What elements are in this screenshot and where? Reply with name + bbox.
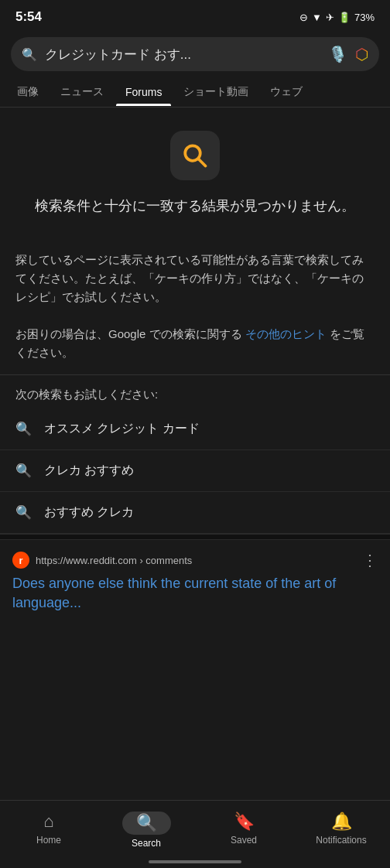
related-search-text-1: オススメ クレジット カード	[44, 421, 200, 437]
reddit-url: https://www.reddit.com › comments	[36, 555, 192, 566]
help-link[interactable]: その他のヒント	[245, 327, 327, 340]
reddit-result-title[interactable]: Does anyone else think the current state…	[12, 574, 378, 613]
minus-circle-icon: ⊖	[299, 12, 308, 23]
reddit-source-row: r https://www.reddit.com › comments ⋮	[12, 551, 378, 569]
status-bar: 5:54 ⊖ ▼ ✈ 🔋 73%	[0, 0, 390, 31]
related-search-text-2: クレカ おすすめ	[44, 463, 134, 479]
reddit-source-left: r https://www.reddit.com › comments	[12, 552, 192, 569]
search-icon-3: 🔍	[15, 504, 32, 521]
related-search-1[interactable]: 🔍 オススメ クレジット カード	[0, 408, 390, 450]
no-results-title: 検索条件と十分に一致する結果が見つかりません。	[35, 196, 355, 217]
tab-web[interactable]: ウェブ	[261, 77, 312, 107]
tab-shorts[interactable]: ショート動画	[174, 77, 258, 107]
section-divider	[0, 534, 390, 540]
tab-news[interactable]: ニュース	[51, 77, 113, 107]
tab-forums[interactable]: Forums	[116, 78, 171, 106]
bookmark-icon: 🔖	[234, 812, 255, 832]
related-search-3[interactable]: 🔍 おすすめ クレカ	[0, 492, 390, 534]
category-tabs: 画像 ニュース Forums ショート動画 ウェブ	[0, 77, 390, 108]
nav-notifications-label: Notifications	[316, 835, 366, 846]
nav-notifications[interactable]: 🔔 Notifications	[292, 808, 390, 846]
airplane-icon: ✈	[326, 12, 334, 23]
search-icon-large	[170, 131, 220, 180]
more-options-icon[interactable]: ⋮	[362, 551, 378, 569]
status-icons: ⊖ ▼ ✈ 🔋 73%	[299, 12, 375, 23]
search-bar-container: 🔍 クレジットカード おす... 🎙️ ⬡	[0, 31, 390, 77]
wifi-icon: ▼	[312, 12, 322, 23]
related-search-2[interactable]: 🔍 クレカ おすすめ	[0, 450, 390, 492]
search-icon-2: 🔍	[15, 463, 32, 479]
bell-icon: 🔔	[331, 812, 352, 832]
google-lens-icon[interactable]: ⬡	[355, 45, 368, 63]
nav-saved-label: Saved	[231, 835, 257, 846]
nav-search-label: Search	[132, 838, 161, 849]
battery-icon: 🔋	[338, 12, 351, 23]
nav-home-label: Home	[36, 835, 61, 846]
reddit-logo: r	[12, 552, 29, 569]
status-time: 5:54	[15, 9, 42, 25]
search-bar-icon: 🔍	[22, 47, 37, 62]
reddit-result: r https://www.reddit.com › comments ⋮ Do…	[0, 540, 390, 624]
bottom-indicator	[149, 860, 241, 863]
nav-home[interactable]: ⌂ Home	[0, 808, 98, 846]
home-icon: ⌂	[43, 812, 53, 832]
no-results-section: 検索条件と十分に一致する結果が見つかりません。	[0, 108, 390, 251]
tab-images[interactable]: 画像	[8, 77, 48, 107]
suggestion-text: 探しているページに表示されている可能性がある言葉で検索してみてください。たとえば…	[0, 251, 390, 375]
try-searches-label: 次の検索もお試しください:	[0, 375, 390, 408]
mic-icon[interactable]: 🎙️	[328, 45, 347, 63]
related-search-text-3: おすすめ クレカ	[44, 504, 134, 521]
nav-saved[interactable]: 🔖 Saved	[195, 808, 292, 846]
search-icon-1: 🔍	[15, 421, 32, 437]
battery-percent: 73%	[354, 12, 375, 23]
search-query-text: クレジットカード おす...	[45, 46, 320, 63]
nav-search[interactable]: 🔍 Search	[98, 808, 195, 849]
search-bar[interactable]: 🔍 クレジットカード おす... 🎙️ ⬡	[11, 37, 379, 71]
nav-search-icon: 🔍	[122, 812, 171, 835]
bottom-nav: ⌂ Home 🔍 Search 🔖 Saved 🔔 Notifications	[0, 800, 390, 868]
svg-line-1	[199, 159, 206, 166]
help-text-prefix: お困りの場合は、Google での検索に関する	[15, 327, 242, 340]
